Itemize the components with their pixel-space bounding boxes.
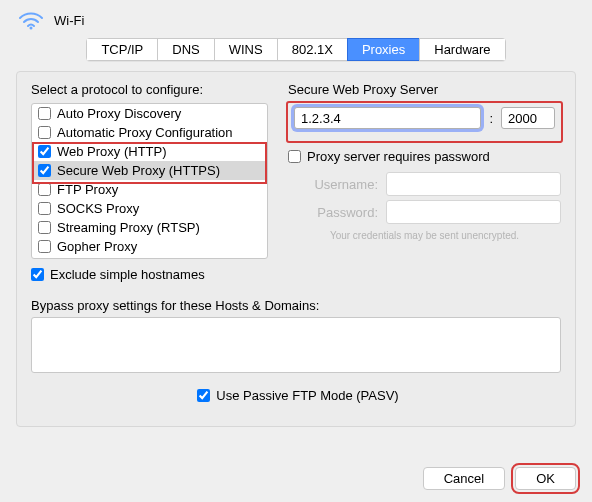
username-label: Username: <box>288 177 378 192</box>
username-input[interactable] <box>386 172 561 196</box>
protocol-list[interactable]: Auto Proxy DiscoveryAutomatic Proxy Conf… <box>31 103 268 259</box>
window-title: Wi-Fi <box>54 13 84 28</box>
protocol-checkbox[interactable] <box>38 164 51 177</box>
svg-point-0 <box>30 27 33 30</box>
protocol-label: Gopher Proxy <box>57 239 137 254</box>
protocol-item[interactable]: Gopher Proxy <box>32 237 267 256</box>
protocol-item[interactable]: Automatic Proxy Configuration <box>32 123 267 142</box>
tab-hardware[interactable]: Hardware <box>419 38 505 61</box>
protocol-label: Auto Proxy Discovery <box>57 106 181 121</box>
protocol-checkbox[interactable] <box>38 145 51 158</box>
proxy-address-input[interactable] <box>294 107 481 129</box>
protocol-item[interactable]: SOCKS Proxy <box>32 199 267 218</box>
protocol-label: Automatic Proxy Configuration <box>57 125 233 140</box>
passive-ftp-label: Use Passive FTP Mode (PASV) <box>216 388 398 403</box>
protocol-label: SOCKS Proxy <box>57 201 139 216</box>
protocol-label: Streaming Proxy (RTSP) <box>57 220 200 235</box>
protocol-checkbox[interactable] <box>38 221 51 234</box>
ok-button[interactable]: OK <box>515 467 576 490</box>
protocol-checkbox[interactable] <box>38 183 51 196</box>
exclude-hostnames-label: Exclude simple hostnames <box>50 267 205 282</box>
password-label: Password: <box>288 205 378 220</box>
tab-tcpip[interactable]: TCP/IP <box>86 38 157 61</box>
password-input[interactable] <box>386 200 561 224</box>
protocol-checkbox[interactable] <box>38 107 51 120</box>
server-section-label: Secure Web Proxy Server <box>288 82 561 97</box>
bypass-textarea[interactable] <box>31 317 561 373</box>
protocol-label: Secure Web Proxy (HTTPS) <box>57 163 220 178</box>
tab-8021x[interactable]: 802.1X <box>277 38 347 61</box>
server-highlight: : <box>286 101 563 143</box>
protocol-item[interactable]: FTP Proxy <box>32 180 267 199</box>
protocol-section-label: Select a protocol to configure: <box>31 82 268 97</box>
tab-proxies[interactable]: Proxies <box>347 38 419 61</box>
tab-wins[interactable]: WINS <box>214 38 277 61</box>
credentials-note: Your credentials may be sent unencrypted… <box>288 230 561 241</box>
protocol-checkbox[interactable] <box>38 202 51 215</box>
wifi-icon <box>18 10 44 30</box>
exclude-hostnames-checkbox[interactable] <box>31 268 44 281</box>
passive-ftp-checkbox[interactable] <box>197 389 210 402</box>
proxy-port-input[interactable] <box>501 107 555 129</box>
protocol-item[interactable]: Secure Web Proxy (HTTPS) <box>32 161 267 180</box>
requires-password-checkbox[interactable] <box>288 150 301 163</box>
address-port-separator: : <box>487 111 495 126</box>
protocol-label: FTP Proxy <box>57 182 118 197</box>
tab-dns[interactable]: DNS <box>157 38 213 61</box>
protocol-label: Web Proxy (HTTP) <box>57 144 167 159</box>
protocol-checkbox[interactable] <box>38 240 51 253</box>
bypass-label: Bypass proxy settings for these Hosts & … <box>31 298 561 313</box>
protocol-item[interactable]: Streaming Proxy (RTSP) <box>32 218 267 237</box>
requires-password-label: Proxy server requires password <box>307 149 490 164</box>
protocol-item[interactable]: Web Proxy (HTTP) <box>32 142 267 161</box>
tab-bar: TCP/IPDNSWINS802.1XProxiesHardware <box>0 36 592 71</box>
protocol-checkbox[interactable] <box>38 126 51 139</box>
protocol-item[interactable]: Auto Proxy Discovery <box>32 104 267 123</box>
cancel-button[interactable]: Cancel <box>423 467 505 490</box>
